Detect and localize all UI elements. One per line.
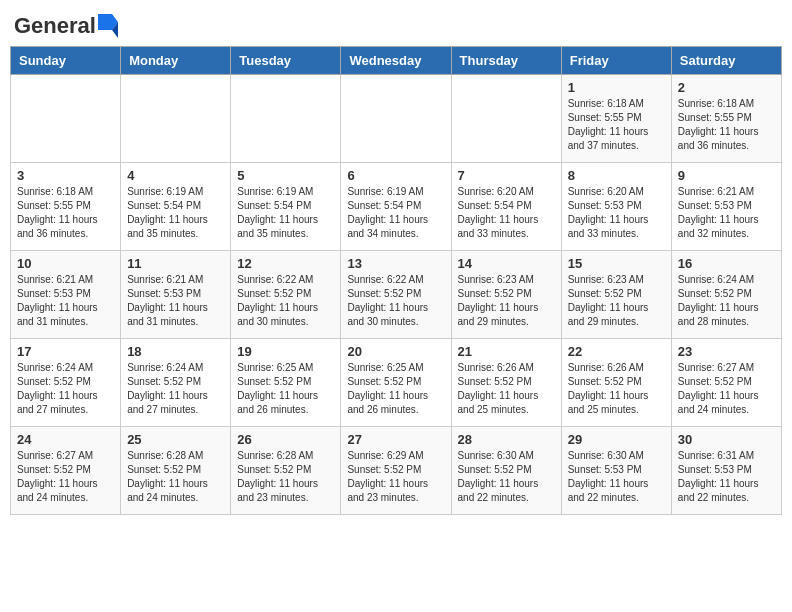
day-info: Sunrise: 6:20 AM Sunset: 5:53 PM Dayligh… [568, 186, 649, 239]
logo: General [14, 14, 118, 38]
day-info: Sunrise: 6:18 AM Sunset: 5:55 PM Dayligh… [678, 98, 759, 151]
day-number: 27 [347, 432, 444, 447]
day-cell [11, 75, 121, 163]
day-cell: 25Sunrise: 6:28 AM Sunset: 5:52 PM Dayli… [121, 427, 231, 515]
day-info: Sunrise: 6:20 AM Sunset: 5:54 PM Dayligh… [458, 186, 539, 239]
header-cell-tuesday: Tuesday [231, 47, 341, 75]
day-number: 19 [237, 344, 334, 359]
day-info: Sunrise: 6:25 AM Sunset: 5:52 PM Dayligh… [347, 362, 428, 415]
day-info: Sunrise: 6:19 AM Sunset: 5:54 PM Dayligh… [237, 186, 318, 239]
day-info: Sunrise: 6:25 AM Sunset: 5:52 PM Dayligh… [237, 362, 318, 415]
header: General [10, 10, 782, 38]
day-info: Sunrise: 6:23 AM Sunset: 5:52 PM Dayligh… [458, 274, 539, 327]
logo-icon [98, 14, 118, 38]
day-number: 30 [678, 432, 775, 447]
header-cell-sunday: Sunday [11, 47, 121, 75]
day-number: 14 [458, 256, 555, 271]
day-number: 23 [678, 344, 775, 359]
day-info: Sunrise: 6:19 AM Sunset: 5:54 PM Dayligh… [127, 186, 208, 239]
day-info: Sunrise: 6:24 AM Sunset: 5:52 PM Dayligh… [678, 274, 759, 327]
week-row-3: 10Sunrise: 6:21 AM Sunset: 5:53 PM Dayli… [11, 251, 782, 339]
day-cell: 15Sunrise: 6:23 AM Sunset: 5:52 PM Dayli… [561, 251, 671, 339]
day-cell: 2Sunrise: 6:18 AM Sunset: 5:55 PM Daylig… [671, 75, 781, 163]
day-number: 7 [458, 168, 555, 183]
calendar-header: SundayMondayTuesdayWednesdayThursdayFrid… [11, 47, 782, 75]
day-number: 10 [17, 256, 114, 271]
day-cell: 7Sunrise: 6:20 AM Sunset: 5:54 PM Daylig… [451, 163, 561, 251]
day-info: Sunrise: 6:23 AM Sunset: 5:52 PM Dayligh… [568, 274, 649, 327]
header-cell-friday: Friday [561, 47, 671, 75]
day-cell: 6Sunrise: 6:19 AM Sunset: 5:54 PM Daylig… [341, 163, 451, 251]
calendar-table: SundayMondayTuesdayWednesdayThursdayFrid… [10, 46, 782, 515]
day-cell: 8Sunrise: 6:20 AM Sunset: 5:53 PM Daylig… [561, 163, 671, 251]
day-cell: 9Sunrise: 6:21 AM Sunset: 5:53 PM Daylig… [671, 163, 781, 251]
day-number: 4 [127, 168, 224, 183]
day-cell: 26Sunrise: 6:28 AM Sunset: 5:52 PM Dayli… [231, 427, 341, 515]
week-row-5: 24Sunrise: 6:27 AM Sunset: 5:52 PM Dayli… [11, 427, 782, 515]
day-cell: 29Sunrise: 6:30 AM Sunset: 5:53 PM Dayli… [561, 427, 671, 515]
day-cell: 4Sunrise: 6:19 AM Sunset: 5:54 PM Daylig… [121, 163, 231, 251]
day-cell: 27Sunrise: 6:29 AM Sunset: 5:52 PM Dayli… [341, 427, 451, 515]
day-info: Sunrise: 6:18 AM Sunset: 5:55 PM Dayligh… [17, 186, 98, 239]
calendar-body: 1Sunrise: 6:18 AM Sunset: 5:55 PM Daylig… [11, 75, 782, 515]
day-number: 16 [678, 256, 775, 271]
day-info: Sunrise: 6:24 AM Sunset: 5:52 PM Dayligh… [127, 362, 208, 415]
day-info: Sunrise: 6:30 AM Sunset: 5:52 PM Dayligh… [458, 450, 539, 503]
day-cell: 3Sunrise: 6:18 AM Sunset: 5:55 PM Daylig… [11, 163, 121, 251]
week-row-2: 3Sunrise: 6:18 AM Sunset: 5:55 PM Daylig… [11, 163, 782, 251]
day-number: 8 [568, 168, 665, 183]
day-info: Sunrise: 6:21 AM Sunset: 5:53 PM Dayligh… [17, 274, 98, 327]
day-info: Sunrise: 6:27 AM Sunset: 5:52 PM Dayligh… [678, 362, 759, 415]
day-cell: 12Sunrise: 6:22 AM Sunset: 5:52 PM Dayli… [231, 251, 341, 339]
day-cell: 18Sunrise: 6:24 AM Sunset: 5:52 PM Dayli… [121, 339, 231, 427]
day-cell [451, 75, 561, 163]
day-info: Sunrise: 6:31 AM Sunset: 5:53 PM Dayligh… [678, 450, 759, 503]
day-number: 21 [458, 344, 555, 359]
day-cell: 20Sunrise: 6:25 AM Sunset: 5:52 PM Dayli… [341, 339, 451, 427]
day-info: Sunrise: 6:24 AM Sunset: 5:52 PM Dayligh… [17, 362, 98, 415]
day-cell: 23Sunrise: 6:27 AM Sunset: 5:52 PM Dayli… [671, 339, 781, 427]
day-cell: 22Sunrise: 6:26 AM Sunset: 5:52 PM Dayli… [561, 339, 671, 427]
day-number: 2 [678, 80, 775, 95]
day-number: 25 [127, 432, 224, 447]
day-cell: 16Sunrise: 6:24 AM Sunset: 5:52 PM Dayli… [671, 251, 781, 339]
day-number: 15 [568, 256, 665, 271]
day-number: 18 [127, 344, 224, 359]
day-number: 26 [237, 432, 334, 447]
header-row: SundayMondayTuesdayWednesdayThursdayFrid… [11, 47, 782, 75]
day-info: Sunrise: 6:27 AM Sunset: 5:52 PM Dayligh… [17, 450, 98, 503]
day-cell: 21Sunrise: 6:26 AM Sunset: 5:52 PM Dayli… [451, 339, 561, 427]
day-number: 12 [237, 256, 334, 271]
day-number: 29 [568, 432, 665, 447]
day-number: 6 [347, 168, 444, 183]
week-row-1: 1Sunrise: 6:18 AM Sunset: 5:55 PM Daylig… [11, 75, 782, 163]
day-number: 24 [17, 432, 114, 447]
day-info: Sunrise: 6:19 AM Sunset: 5:54 PM Dayligh… [347, 186, 428, 239]
day-cell [341, 75, 451, 163]
day-info: Sunrise: 6:30 AM Sunset: 5:53 PM Dayligh… [568, 450, 649, 503]
day-number: 22 [568, 344, 665, 359]
day-cell: 13Sunrise: 6:22 AM Sunset: 5:52 PM Dayli… [341, 251, 451, 339]
day-info: Sunrise: 6:29 AM Sunset: 5:52 PM Dayligh… [347, 450, 428, 503]
day-number: 3 [17, 168, 114, 183]
day-number: 9 [678, 168, 775, 183]
day-number: 13 [347, 256, 444, 271]
day-number: 20 [347, 344, 444, 359]
day-cell: 24Sunrise: 6:27 AM Sunset: 5:52 PM Dayli… [11, 427, 121, 515]
day-cell: 11Sunrise: 6:21 AM Sunset: 5:53 PM Dayli… [121, 251, 231, 339]
day-cell: 28Sunrise: 6:30 AM Sunset: 5:52 PM Dayli… [451, 427, 561, 515]
day-info: Sunrise: 6:28 AM Sunset: 5:52 PM Dayligh… [237, 450, 318, 503]
day-cell: 14Sunrise: 6:23 AM Sunset: 5:52 PM Dayli… [451, 251, 561, 339]
day-cell: 17Sunrise: 6:24 AM Sunset: 5:52 PM Dayli… [11, 339, 121, 427]
header-cell-thursday: Thursday [451, 47, 561, 75]
day-info: Sunrise: 6:28 AM Sunset: 5:52 PM Dayligh… [127, 450, 208, 503]
day-number: 28 [458, 432, 555, 447]
day-number: 1 [568, 80, 665, 95]
day-number: 11 [127, 256, 224, 271]
header-cell-saturday: Saturday [671, 47, 781, 75]
day-info: Sunrise: 6:26 AM Sunset: 5:52 PM Dayligh… [568, 362, 649, 415]
day-info: Sunrise: 6:21 AM Sunset: 5:53 PM Dayligh… [127, 274, 208, 327]
day-cell: 10Sunrise: 6:21 AM Sunset: 5:53 PM Dayli… [11, 251, 121, 339]
day-info: Sunrise: 6:18 AM Sunset: 5:55 PM Dayligh… [568, 98, 649, 151]
day-cell: 1Sunrise: 6:18 AM Sunset: 5:55 PM Daylig… [561, 75, 671, 163]
